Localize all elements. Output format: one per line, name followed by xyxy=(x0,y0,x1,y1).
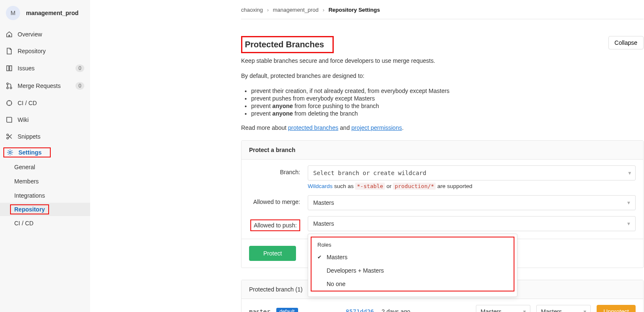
sidebar-item-label: Merge Requests xyxy=(18,83,61,89)
sidebar-item-label: Overview xyxy=(18,31,42,38)
crumb-group[interactable]: chaoxing xyxy=(241,7,263,13)
scissors-icon xyxy=(6,133,13,140)
issues-count-badge: 0 xyxy=(75,64,84,72)
settings-sub-members[interactable]: Members xyxy=(0,174,90,188)
roles-dropdown: Roles ✔ Masters Developers + Masters No … xyxy=(308,234,517,297)
sidebar-item-label: Repository xyxy=(18,48,46,54)
sidebar-item-wiki[interactable]: Wiki xyxy=(0,111,90,128)
crumb-project[interactable]: management_prod xyxy=(273,7,319,13)
branch-label: Branch: xyxy=(249,165,308,189)
chevron-down-icon: ▼ xyxy=(628,170,631,176)
protected-branches-link[interactable]: protected branches xyxy=(288,124,338,131)
settings-sub-cicd[interactable]: CI / CD xyxy=(0,216,90,230)
bullet-item: prevent their creation, if not already c… xyxy=(251,88,644,94)
sidebar-item-issues[interactable]: Issues 0 xyxy=(0,59,90,77)
sidebar-item-merge-requests[interactable]: Merge Requests 0 xyxy=(0,77,90,95)
unprotect-button[interactable]: Unprotect xyxy=(597,305,636,312)
wildcards-link[interactable]: Wildcards xyxy=(308,183,332,189)
section-description: Keep stable branches secure and force de… xyxy=(241,57,644,131)
settings-sub-integrations[interactable]: Integrations xyxy=(0,188,90,203)
commit-link[interactable]: 8571dd26 xyxy=(346,308,374,312)
sidebar-item-overview[interactable]: Overview xyxy=(0,26,90,43)
project-permissions-link[interactable]: project permissions xyxy=(351,124,402,131)
allowed-merge-select[interactable]: Masters ▼ xyxy=(308,195,636,210)
project-name: management_prod xyxy=(26,10,78,16)
book-icon xyxy=(6,116,13,123)
settings-sub-general[interactable]: General xyxy=(0,160,90,174)
commit-time: 2 days ago xyxy=(382,308,410,312)
crumb-current: Repository Settings xyxy=(328,7,380,13)
cicd-icon xyxy=(6,100,13,106)
role-option-masters[interactable]: ✔ Masters xyxy=(312,250,514,264)
sidebar: M management_prod Overview Repository Is… xyxy=(0,0,90,312)
sidebar-item-label: CI / CD xyxy=(18,100,37,106)
sidebar-item-settings[interactable]: Settings xyxy=(0,145,90,160)
sidebar-item-label: Issues xyxy=(18,65,34,72)
collapse-button[interactable]: Collapse xyxy=(608,36,644,49)
chevron-right-icon: › xyxy=(320,7,327,13)
main-content: chaoxing › management_prod › Repository … xyxy=(90,0,644,312)
branch-name: master xyxy=(249,308,270,312)
check-icon: ✔ xyxy=(317,254,322,260)
svg-point-2 xyxy=(7,83,8,85)
sidebar-item-repository[interactable]: Repository xyxy=(0,43,90,59)
svg-point-4 xyxy=(10,87,12,89)
issues-icon xyxy=(6,65,13,72)
allowed-push-label: Allowed to push: xyxy=(249,216,308,231)
protect-branch-panel: Protect a branch Branch: Select branch o… xyxy=(241,140,644,268)
sidebar-item-cicd[interactable]: CI / CD xyxy=(0,95,90,111)
page-title: Protected Branches xyxy=(245,40,324,49)
allowed-push-select[interactable]: Masters ▼ xyxy=(308,216,636,231)
table-row: master default 8571dd26 2 days ago Maste… xyxy=(242,299,643,312)
home-icon xyxy=(6,31,13,38)
sidebar-item-label: Settings xyxy=(18,149,42,156)
svg-point-7 xyxy=(7,137,8,139)
bullet-item: prevent anyone from force pushing to the… xyxy=(251,103,644,109)
bullet-item: prevent anyone from deleting the branch xyxy=(251,110,644,117)
chevron-down-icon: ▼ xyxy=(626,221,631,226)
sidebar-item-label: Snippets xyxy=(18,133,40,140)
panel-title: Protect a branch xyxy=(242,141,643,160)
svg-rect-0 xyxy=(7,66,9,71)
role-option-no-one[interactable]: No one xyxy=(312,277,514,291)
bullet-item: prevent pushes from everybody except Mas… xyxy=(251,95,644,102)
chevron-down-icon: ▼ xyxy=(626,200,631,205)
svg-point-6 xyxy=(7,134,8,136)
gear-icon xyxy=(7,149,13,156)
read-more-line: Read more about protected branches and p… xyxy=(241,124,644,131)
chevron-down-icon: ▼ xyxy=(582,309,587,312)
merge-icon xyxy=(6,83,13,89)
protect-button[interactable]: Protect xyxy=(249,246,296,261)
allowed-merge-label: Allowed to merge: xyxy=(249,195,308,210)
chevron-down-icon: ▼ xyxy=(522,309,527,312)
role-option-developers-masters[interactable]: Developers + Masters xyxy=(312,264,514,277)
sidebar-item-snippets[interactable]: Snippets xyxy=(0,128,90,145)
file-icon xyxy=(6,48,13,54)
svg-rect-1 xyxy=(10,66,12,71)
intro-text: By default, protected branches are desig… xyxy=(241,72,644,79)
mr-count-badge: 0 xyxy=(75,82,84,90)
project-avatar: M xyxy=(6,6,20,20)
svg-point-3 xyxy=(7,87,8,89)
sidebar-item-label: Wiki xyxy=(18,116,29,123)
section-title-highlight: Protected Branches xyxy=(241,36,334,53)
row-merge-select[interactable]: Masters▼ xyxy=(476,305,530,312)
settings-sub-repository[interactable]: Repository xyxy=(0,203,90,216)
project-header: M management_prod xyxy=(0,0,90,26)
default-badge: default xyxy=(276,308,298,312)
wildcard-hint: Wildcards such as *-stable or production… xyxy=(308,183,636,189)
lead-text: Keep stable branches secure and force de… xyxy=(241,57,644,64)
row-push-select[interactable]: Masters▼ xyxy=(536,305,591,312)
dropdown-title: Roles xyxy=(312,237,514,250)
breadcrumb: chaoxing › management_prod › Repository … xyxy=(241,0,644,19)
chevron-right-icon: › xyxy=(265,7,271,13)
svg-point-8 xyxy=(9,152,11,154)
branch-select[interactable]: Select branch or create wildcard ▼ xyxy=(308,165,636,180)
